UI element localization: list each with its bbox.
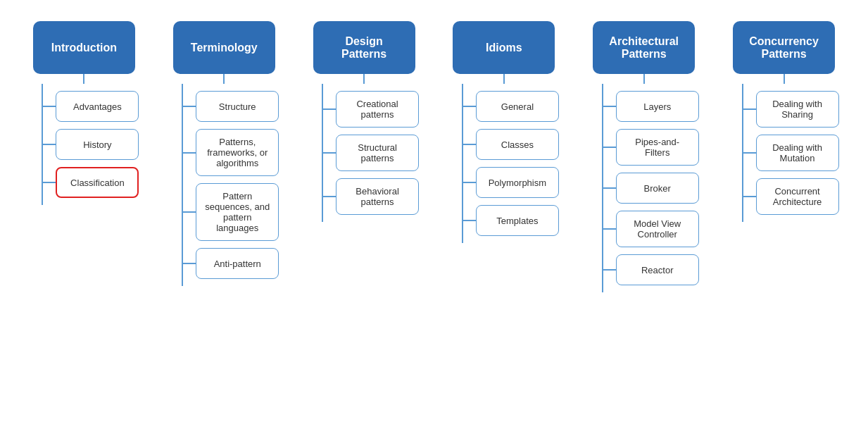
branch-connector (323, 152, 336, 154)
branch-row: Classification (43, 167, 139, 198)
tree-design-patterns: Creational patternsStructural patternsBe… (322, 84, 419, 222)
leaf-concurrency-patterns-0[interactable]: Dealing with Sharing (756, 91, 839, 128)
leaf-idioms-0[interactable]: General (476, 91, 559, 122)
tree-introduction: AdvantagesHistoryClassification (42, 84, 139, 205)
leaf-terminology-2[interactable]: Pattern sequences, and pattern languages (196, 183, 279, 241)
tree-idioms: GeneralClassesPolymorphismTemplates (462, 84, 559, 243)
branch-row: Polymorphism (463, 167, 559, 198)
leaf-terminology-0[interactable]: Structure (196, 91, 279, 122)
branch-connector (183, 263, 196, 264)
header-design-patterns[interactable]: Design Patterns (313, 21, 415, 74)
branch-connector (463, 182, 476, 183)
leaf-concurrency-patterns-2[interactable]: Concurrent Architecture (756, 178, 839, 215)
branch-row: Structure (183, 91, 279, 122)
branch-row: Reactor (603, 254, 699, 285)
branch-connector (603, 269, 616, 271)
branch-connector (463, 106, 476, 107)
branch-row: Pattern sequences, and pattern languages (183, 183, 279, 241)
header-idioms[interactable]: Idioms (453, 21, 555, 74)
tree-architectural-patterns: LayersPipes-and-FiltersBrokerModel View … (602, 84, 699, 292)
branch-row: Advantages (43, 91, 139, 122)
branch-row: Pipes-and-Filters (603, 129, 699, 166)
leaf-idioms-1[interactable]: Classes (476, 129, 559, 160)
branch-connector (183, 152, 196, 154)
leaf-introduction-1[interactable]: History (56, 129, 139, 160)
leaf-architectural-patterns-1[interactable]: Pipes-and-Filters (616, 129, 699, 166)
branch-row: Templates (463, 205, 559, 236)
column-terminology: TerminologyStructurePatterns, frameworks… (154, 21, 294, 286)
branch-row: Classes (463, 129, 559, 160)
leaf-design-patterns-0[interactable]: Creational patterns (336, 91, 419, 128)
leaf-architectural-patterns-4[interactable]: Reactor (616, 254, 699, 285)
leaf-architectural-patterns-2[interactable]: Broker (616, 173, 699, 204)
branch-connector (463, 144, 476, 145)
column-architectural-patterns: Architectural PatternsLayersPipes-and-Fi… (574, 21, 714, 292)
header-introduction[interactable]: Introduction (33, 21, 135, 74)
leaf-idioms-3[interactable]: Templates (476, 205, 559, 236)
branch-row: General (463, 91, 559, 122)
branch-connector (183, 106, 196, 107)
branch-connector (603, 228, 616, 230)
branch-connector (183, 211, 196, 213)
tree-terminology: StructurePatterns, frameworks, or algori… (182, 84, 279, 286)
branch-row: Model View Controller (603, 211, 699, 247)
leaf-terminology-1[interactable]: Patterns, frameworks, or algorithms (196, 129, 279, 176)
leaf-concurrency-patterns-1[interactable]: Dealing with Mutation (756, 135, 839, 171)
branch-row: Dealing with Mutation (743, 135, 839, 171)
branch-row: Patterns, frameworks, or algorithms (183, 129, 279, 176)
branch-row: Dealing with Sharing (743, 91, 839, 128)
branch-row: Concurrent Architecture (743, 178, 839, 215)
branch-connector (43, 182, 56, 183)
branch-connector (323, 108, 336, 110)
column-concurrency-patterns: Concurrency PatternsDealing with Sharing… (714, 21, 854, 222)
branch-row: Broker (603, 173, 699, 204)
leaf-idioms-2[interactable]: Polymorphism (476, 167, 559, 198)
leaf-terminology-3[interactable]: Anti-pattern (196, 248, 279, 279)
tree-concurrency-patterns: Dealing with SharingDealing with Mutatio… (742, 84, 839, 222)
branch-row: Anti-pattern (183, 248, 279, 279)
branch-row: Structural patterns (323, 135, 419, 171)
header-concurrency-patterns[interactable]: Concurrency Patterns (733, 21, 835, 74)
branch-row: Creational patterns (323, 91, 419, 128)
branch-connector (603, 106, 616, 107)
branch-connector (603, 187, 616, 189)
leaf-architectural-patterns-0[interactable]: Layers (616, 91, 699, 122)
branch-connector (743, 108, 756, 110)
column-idioms: IdiomsGeneralClassesPolymorphismTemplate… (434, 21, 574, 243)
leaf-design-patterns-1[interactable]: Structural patterns (336, 135, 419, 171)
branch-connector (323, 196, 336, 197)
branch-connector (463, 220, 476, 221)
header-architectural-patterns[interactable]: Architectural Patterns (593, 21, 695, 74)
branch-row: Behavioral patterns (323, 178, 419, 215)
leaf-design-patterns-2[interactable]: Behavioral patterns (336, 178, 419, 215)
leaf-introduction-2[interactable]: Classification (56, 167, 139, 198)
branch-connector (43, 106, 56, 107)
header-terminology[interactable]: Terminology (173, 21, 275, 74)
branch-connector (603, 147, 616, 148)
column-design-patterns: Design PatternsCreational patternsStruct… (294, 21, 434, 222)
column-introduction: IntroductionAdvantagesHistoryClassificat… (14, 21, 154, 205)
leaf-introduction-0[interactable]: Advantages (56, 91, 139, 122)
leaf-architectural-patterns-3[interactable]: Model View Controller (616, 211, 699, 247)
branch-connector (743, 152, 756, 154)
branch-connector (743, 196, 756, 197)
branch-row: Layers (603, 91, 699, 122)
diagram: IntroductionAdvantagesHistoryClassificat… (14, 14, 854, 299)
branch-connector (43, 144, 56, 145)
branch-row: History (43, 129, 139, 160)
